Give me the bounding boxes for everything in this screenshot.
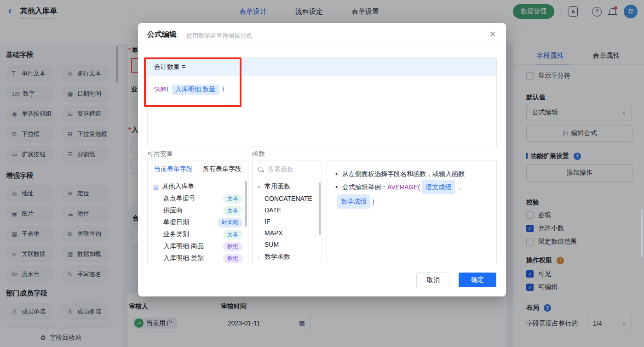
type-tag: 文本: [223, 194, 242, 204]
functions-scrollbar[interactable]: [319, 182, 321, 235]
formula-target-label: 合计数量 =: [154, 63, 185, 71]
page-scrollbar[interactable]: [641, 209, 643, 257]
formula-editor-area[interactable]: 合计数量 = SUM(入库明细.数量): [147, 57, 497, 147]
function-item[interactable]: SUM: [253, 237, 322, 248]
example-function-name: AVERAGE(: [387, 183, 420, 191]
formula-function-name: SUM: [154, 85, 166, 93]
variable-row[interactable]: 盘点单据号文本: [148, 193, 248, 205]
formula-target-bar: 合计数量 =: [148, 58, 496, 76]
variables-tabs: 当前表单字段 所有表单字段: [148, 160, 248, 178]
type-tag: 数组: [223, 254, 242, 263]
bullet-icon: •: [335, 170, 338, 177]
example-field-chip: 语文成绩: [422, 180, 455, 194]
variables-scrollbar[interactable]: [245, 181, 247, 227]
variable-row[interactable]: 入库明细.商品数组: [148, 240, 248, 252]
variables-panel: 当前表单字段 所有表单字段 ▤ 其他入库单 盘点单据号文本 供应商文本 单据日期…: [147, 160, 248, 264]
function-group-text[interactable]: › 文本函数: [253, 261, 322, 264]
variable-row[interactable]: 业务类别文本: [148, 228, 248, 240]
modal-title: 公式编辑: [147, 30, 177, 40]
type-tag: 时间戳: [218, 218, 242, 228]
tip-line-1: •从左侧面板选择字段名和函数，或输入函数: [335, 168, 488, 180]
tip-line-2: •公式编辑举例：AVERAGE(语文成绩，数学成绩): [335, 180, 488, 209]
modal-subtitle: 使用数学运算符编辑公式: [186, 32, 252, 40]
field-chip[interactable]: 入库明细.数量: [172, 85, 219, 95]
bullet-icon: •: [335, 183, 338, 191]
confirm-button[interactable]: 确定: [459, 273, 496, 287]
chevron-right-icon: ›: [257, 254, 262, 260]
form-node-label: 其他入库单: [162, 182, 194, 191]
functions-panel: ∨ 常用函数 CONCATENATE DATE IF MAPX SUM › 数学…: [252, 160, 322, 264]
function-group-math[interactable]: › 数学函数: [253, 248, 322, 261]
app-root: ‹ 其他入库单 表单设计 流程设定 表单设置 数据管理 A ? 存 ⊘ 表单外链…: [0, 0, 644, 347]
functions-label: 函数: [252, 150, 265, 158]
tab-all-form-fields[interactable]: 所有表单字段: [203, 165, 242, 173]
formula-expression[interactable]: SUM(入库明细.数量): [148, 76, 496, 103]
paren-close: ): [221, 85, 225, 93]
variable-row[interactable]: 供应商文本: [148, 205, 248, 216]
function-item[interactable]: IF: [253, 214, 322, 225]
function-group-common[interactable]: ∨ 常用函数: [253, 178, 322, 192]
close-icon[interactable]: ×: [489, 28, 496, 40]
type-tag: 文本: [223, 206, 242, 216]
function-item[interactable]: DATE: [253, 202, 322, 214]
variable-row[interactable]: 单据日期时间戳: [148, 216, 248, 228]
chevron-down-icon: ∨: [257, 184, 262, 190]
form-doc-icon: ▤: [153, 183, 159, 190]
type-tag: 数组: [223, 242, 242, 251]
search-icon: [258, 167, 263, 172]
function-search-input[interactable]: [267, 165, 315, 173]
variables-label: 可用变量: [147, 150, 173, 158]
form-tree-node[interactable]: ▤ 其他入库单: [148, 178, 248, 193]
example-field-chip: 数学成绩: [337, 194, 370, 209]
comma: ，: [457, 183, 463, 191]
divider: [138, 46, 506, 46]
function-search[interactable]: [253, 160, 322, 178]
tips-panel: •从左侧面板选择字段名和函数，或输入函数 •公式编辑举例：AVERAGE(语文成…: [327, 160, 497, 264]
formula-editor-modal: 公式编辑 使用数学运算符编辑公式 × 合计数量 = SUM(入库明细.数量) 可…: [138, 23, 506, 296]
variable-row[interactable]: 入库明细.类别数组: [148, 252, 248, 264]
cancel-button[interactable]: 取消: [416, 273, 450, 288]
tab-current-form-fields[interactable]: 当前表单字段: [154, 165, 193, 173]
paren-open: (: [166, 85, 169, 93]
paren-close: ): [372, 198, 374, 205]
function-item[interactable]: CONCATENATE: [253, 192, 322, 202]
type-tag: 文本: [223, 230, 242, 239]
function-item[interactable]: MAPX: [253, 225, 322, 237]
